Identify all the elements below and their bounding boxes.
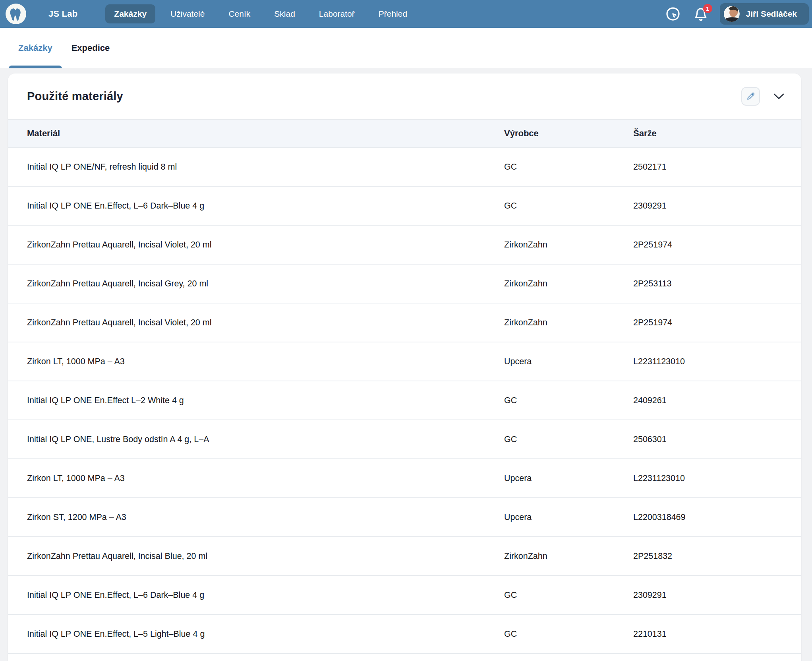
main-nav: Zakázky Uživatelé Ceník Sklad Laboratoř … — [105, 4, 416, 23]
batch-cell: L2231123010 — [633, 342, 801, 381]
batch-cell: 2210131 — [633, 615, 801, 653]
nav-item-sklad[interactable]: Sklad — [265, 4, 304, 23]
edit-button[interactable] — [741, 87, 760, 106]
material-cell: Initial IQ LP ONE/NF, refresh liquid 8 m… — [8, 147, 504, 186]
material-cell: Zirkon LT, 1000 MPa – A3 — [8, 342, 504, 381]
batch-cell: L2200318469 — [633, 498, 801, 537]
clock-icon — [665, 6, 681, 22]
table-row: ZirkonZahn Prettau Aquarell, Incisal Gre… — [8, 264, 801, 303]
table-row: Zirkon LT, 1000 MPa – A3UpceraL223112301… — [8, 342, 801, 381]
history-button[interactable] — [664, 5, 682, 23]
nav-item-cenik[interactable]: Ceník — [220, 4, 259, 23]
material-cell: Initial IQ LP ONE En.Effect, L–5 Light–B… — [8, 615, 504, 653]
materials-table: Materiál Výrobce Šarže Initial IQ LP ONE… — [8, 119, 801, 654]
table-row: Initial IQ LP ONE En.Effect, L–6 Dark–Bl… — [8, 576, 801, 615]
nav-item-prehled[interactable]: Přehled — [370, 4, 416, 23]
table-row: Zirkon LT, 1000 MPa – A3UpceraL223112301… — [8, 459, 801, 498]
table-row: Initial IQ LP ONE, Lustre Body odstín A … — [8, 420, 801, 459]
user-name: Jiří Sedláček — [746, 9, 797, 19]
nav-item-uzivatele[interactable]: Uživatelé — [162, 4, 213, 23]
manufacturer-cell: ZirkonZahn — [504, 537, 633, 576]
column-header-manufacturer: Výrobce — [504, 120, 633, 147]
manufacturer-cell: GC — [504, 576, 633, 615]
notification-badge: 1 — [703, 4, 712, 13]
table-row: Initial IQ LP ONE/NF, refresh liquid 8 m… — [8, 147, 801, 186]
material-cell: Zirkon LT, 1000 MPa – A3 — [8, 459, 504, 498]
app-logo[interactable] — [6, 4, 26, 24]
card-header: Použité materiály — [8, 73, 801, 119]
material-cell: Initial IQ LP ONE En.Effect, L–6 Dark–Bl… — [8, 576, 504, 615]
table-row: Initial IQ LP ONE En.Effect, L–5 Light–B… — [8, 615, 801, 653]
tab-expedice[interactable]: Expedice — [62, 28, 120, 68]
table-row: Zirkon ST, 1200 MPa – A3UpceraL220031846… — [8, 498, 801, 537]
material-cell: Initial IQ LP ONE, Lustre Body odstín A … — [8, 420, 504, 459]
manufacturer-cell: GC — [504, 615, 633, 653]
card-title: Použité materiály — [27, 90, 741, 103]
batch-cell: 2P251974 — [633, 225, 801, 264]
column-header-batch: Šarže — [633, 120, 801, 147]
manufacturer-cell: Upcera — [504, 459, 633, 498]
batch-cell: L2231123010 — [633, 459, 801, 498]
material-cell: Initial IQ LP ONE En.Effect, L–6 Dark–Bl… — [8, 186, 504, 225]
materials-table-body: Initial IQ LP ONE/NF, refresh liquid 8 m… — [8, 147, 801, 653]
manufacturer-cell: Upcera — [504, 342, 633, 381]
brand-name: JS Lab — [48, 9, 77, 19]
material-cell: ZirkonZahn Prettau Aquarell, Incisal Gre… — [8, 264, 504, 303]
table-row: ZirkonZahn Prettau Aquarell, Incisal Vio… — [8, 303, 801, 342]
manufacturer-cell: GC — [504, 186, 633, 225]
manufacturer-cell: ZirkonZahn — [504, 303, 633, 342]
table-row: ZirkonZahn Prettau Aquarell, Incisal Blu… — [8, 537, 801, 576]
table-row: Initial IQ LP ONE En.Effect L–2 White 4 … — [8, 381, 801, 420]
batch-cell: 2309291 — [633, 186, 801, 225]
material-cell: ZirkonZahn Prettau Aquarell, Incisal Vio… — [8, 225, 504, 264]
materials-table-header: Materiál Výrobce Šarže — [8, 120, 801, 147]
notifications-button[interactable]: 1 — [692, 5, 710, 23]
batch-cell: 2P253113 — [633, 264, 801, 303]
batch-cell: 2506301 — [633, 420, 801, 459]
material-cell: Initial IQ LP ONE En.Effect L–2 White 4 … — [8, 381, 504, 420]
material-cell: ZirkonZahn Prettau Aquarell, Incisal Vio… — [8, 303, 504, 342]
manufacturer-cell: Upcera — [504, 498, 633, 537]
batch-cell: 2P251974 — [633, 303, 801, 342]
user-menu[interactable]: Jiří Sedláček — [720, 3, 809, 25]
collapse-section-button[interactable] — [772, 90, 785, 103]
used-materials-card: Použité materiály Materiá — [8, 73, 801, 661]
manufacturer-cell: GC — [504, 381, 633, 420]
batch-cell: 2409261 — [633, 381, 801, 420]
avatar — [724, 6, 740, 22]
manufacturer-cell: ZirkonZahn — [504, 225, 633, 264]
table-row: Initial IQ LP ONE En.Effect, L–6 Dark–Bl… — [8, 186, 801, 225]
manufacturer-cell: GC — [504, 147, 633, 186]
top-navbar: JS Lab Zakázky Uživatelé Ceník Sklad Lab… — [0, 0, 812, 28]
manufacturer-cell: ZirkonZahn — [504, 264, 633, 303]
section-tabbar: Zakázky Expedice — [0, 28, 812, 68]
batch-cell: 2P251832 — [633, 537, 801, 576]
material-cell: ZirkonZahn Prettau Aquarell, Incisal Blu… — [8, 537, 504, 576]
pencil-icon — [746, 92, 755, 101]
batch-cell: 2502171 — [633, 147, 801, 186]
chevron-down-icon — [773, 93, 784, 100]
column-header-material: Materiál — [8, 120, 504, 147]
navbar-right: 1 Jiří Sedláček — [664, 3, 809, 25]
tooth-icon — [8, 6, 23, 21]
material-cell: Zirkon ST, 1200 MPa – A3 — [8, 498, 504, 537]
table-row: ZirkonZahn Prettau Aquarell, Incisal Vio… — [8, 225, 801, 264]
nav-item-laborator[interactable]: Laboratoř — [310, 4, 363, 23]
tab-zakazky[interactable]: Zakázky — [9, 28, 62, 68]
nav-item-zakazky[interactable]: Zakázky — [105, 4, 155, 23]
batch-cell: 2309291 — [633, 576, 801, 615]
manufacturer-cell: GC — [504, 420, 633, 459]
